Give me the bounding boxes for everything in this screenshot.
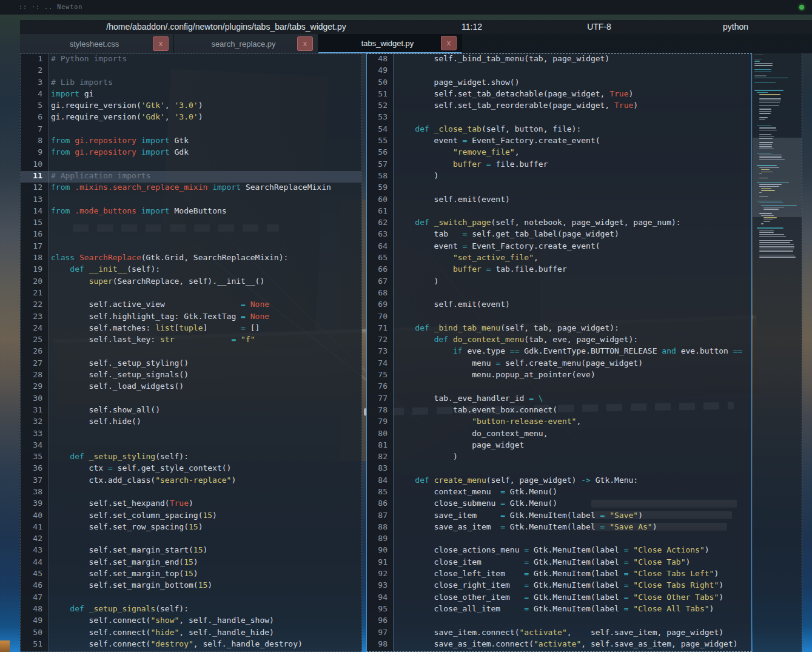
code-line-13[interactable]: 13 xyxy=(21,195,361,206)
code-line-4[interactable]: 4import gi xyxy=(21,89,361,101)
code-line-32[interactable]: 32 self.hide() xyxy=(21,417,361,428)
code-line-2[interactable]: 2 xyxy=(21,66,361,77)
code-line-51[interactable]: 51 self.set_tab_detachable(page_widget, … xyxy=(367,89,751,101)
code-line-75[interactable]: 75 menu.popup_at_pointer(eve) xyxy=(367,370,751,381)
code-line-94[interactable]: 94 close_other_item = Gtk.MenuItem(label… xyxy=(367,593,751,604)
code-line-1[interactable]: 1# Python imports xyxy=(21,54,361,66)
code-line-83[interactable]: 83 xyxy=(367,463,751,475)
code-line-26[interactable]: 26 xyxy=(21,346,361,358)
code-line-93[interactable]: 93 close_right_item = Gtk.MenuItem(label… xyxy=(367,580,751,592)
code-line-85[interactable]: 85 context_menu = Gtk.Menu() xyxy=(367,487,751,499)
code-line-24[interactable]: 24 self.matches: list[tuple] = [] xyxy=(21,323,361,335)
minimap-viewport[interactable] xyxy=(753,138,802,217)
code-line-70[interactable]: 70 xyxy=(367,312,751,323)
code-line-59[interactable]: 59 xyxy=(367,183,751,194)
code-line-64[interactable]: 64 event = Event_Factory.create_event( xyxy=(367,241,751,253)
tab-tabs-widget-py[interactable]: tabs_widget.py x xyxy=(318,34,462,53)
code-line-10[interactable]: 10 xyxy=(21,160,361,171)
code-line-50[interactable]: 50 page_widget.show() xyxy=(367,78,751,89)
code-line-73[interactable]: 73 if eve.type == Gdk.EventType.BUTTON_R… xyxy=(367,346,751,358)
code-line-53[interactable]: 53 xyxy=(367,112,751,124)
code-line-31[interactable]: 31 self.show_all() xyxy=(21,405,361,417)
code-line-87[interactable]: 87 save_item = Gtk.MenuItem(label = "Sav… xyxy=(367,511,751,522)
code-line-76[interactable]: 76 xyxy=(367,381,751,393)
code-line-48[interactable]: 48 def _setup_signals(self): xyxy=(21,604,361,616)
code-line-92[interactable]: 92 close_left_item = Gtk.MenuItem(label … xyxy=(367,569,751,580)
code-line-30[interactable]: 30 xyxy=(21,394,361,405)
code-line-58[interactable]: 58 ) xyxy=(367,171,751,183)
code-line-67[interactable]: 67 ) xyxy=(367,277,751,288)
language-label[interactable]: python xyxy=(693,22,778,32)
code-line-68[interactable]: 68 xyxy=(367,288,751,300)
code-line-35[interactable]: 35 def _setup_styling(self): xyxy=(21,452,361,463)
code-line-39[interactable]: 39 self.set_hexpand(True) xyxy=(21,499,361,510)
code-line-36[interactable]: 36 ctx = self.get_style_context() xyxy=(21,463,361,475)
code-line-15[interactable]: 15 xyxy=(21,218,361,229)
code-line-49[interactable]: 49 xyxy=(367,66,751,77)
code-line-9[interactable]: 9from gi.repository import Gdk xyxy=(21,147,361,159)
code-line-90[interactable]: 90 close_actions_menu = Gtk.MenuItem(lab… xyxy=(367,545,751,557)
code-line-12[interactable]: 12from .mixins.search_replace_mixin impo… xyxy=(21,183,361,194)
code-line-21[interactable]: 21 xyxy=(21,288,361,300)
titlebar[interactable]: :: ·: .. Newton xyxy=(0,0,812,15)
code-line-98[interactable]: 98 save_as_item.connect("activate", self… xyxy=(367,639,751,651)
code-line-77[interactable]: 77 tab._eve_handler_id = \ xyxy=(367,394,751,405)
code-line-40[interactable]: 40 self.set_column_spacing(15) xyxy=(21,511,361,522)
code-line-41[interactable]: 41 self.set_row_spacing(15) xyxy=(21,522,361,534)
code-line-6[interactable]: 6gi.require_version('Gdk', '3.0') xyxy=(21,112,361,124)
code-line-49[interactable]: 49 self.connect("show", self._handle_sho… xyxy=(21,616,361,627)
code-line-11[interactable]: 11# Application imports xyxy=(21,171,361,183)
code-line-22[interactable]: 22 self.active_view = None xyxy=(21,300,361,311)
code-line-74[interactable]: 74 menu = self.create_menu(page_widget) xyxy=(367,358,751,370)
code-line-7[interactable]: 7 xyxy=(21,124,361,136)
code-line-17[interactable]: 17 xyxy=(21,241,361,253)
code-line-91[interactable]: 91 close_item = Gtk.MenuItem(label = "Cl… xyxy=(367,557,751,569)
code-line-50[interactable]: 50 self.connect("hide", self._handle_hid… xyxy=(21,628,361,639)
code-line-47[interactable]: 47 xyxy=(21,593,361,604)
code-line-96[interactable]: 96 xyxy=(367,616,751,627)
tab-search-replace-py[interactable]: search_replace.py x xyxy=(174,34,318,53)
code-line-27[interactable]: 27 self._setup_styling() xyxy=(21,358,361,370)
code-line-57[interactable]: 57 buffer = file.buffer xyxy=(367,160,751,171)
code-line-8[interactable]: 8from gi.repository import Gtk xyxy=(21,136,361,147)
code-line-82[interactable]: 82 ) xyxy=(367,452,751,463)
code-line-81[interactable]: 81 page_widget xyxy=(367,440,751,452)
minimap[interactable] xyxy=(753,53,802,652)
code-line-42[interactable]: 42 xyxy=(21,534,361,545)
code-line-18[interactable]: 18class SearchReplace(Gtk.Grid, SearchRe… xyxy=(21,253,361,264)
code-line-3[interactable]: 3# Lib imports xyxy=(21,78,361,89)
code-line-88[interactable]: 88 save_as_item = Gtk.MenuItem(label = "… xyxy=(367,522,751,534)
code-line-84[interactable]: 84 def create_menu(self, page_widget) ->… xyxy=(367,476,751,487)
code-line-19[interactable]: 19 def __init__(self): xyxy=(21,264,361,276)
code-line-95[interactable]: 95 close_all_item = Gtk.MenuItem(label =… xyxy=(367,604,751,616)
code-line-61[interactable]: 61 xyxy=(367,206,751,218)
code-line-65[interactable]: 65 "set_active_file", xyxy=(367,253,751,264)
code-line-80[interactable]: 80 do_context_menu, xyxy=(367,429,751,440)
code-line-52[interactable]: 52 self.set_tab_reorderable(page_widget,… xyxy=(367,101,751,112)
code-line-25[interactable]: 25 self.last_key: str = "f" xyxy=(21,335,361,346)
code-line-38[interactable]: 38 xyxy=(21,487,361,499)
code-line-20[interactable]: 20 super(SearchReplace, self).__init__() xyxy=(21,277,361,288)
code-line-79[interactable]: 79 "button-release-event", xyxy=(367,417,751,428)
code-line-54[interactable]: 54 def _close_tab(self, button, file): xyxy=(367,124,751,136)
code-line-62[interactable]: 62 def _switch_page(self, notebook, page… xyxy=(367,218,751,229)
close-tab-icon[interactable]: x xyxy=(297,36,313,51)
code-line-51[interactable]: 51 self.connect("destroy", self._handle_… xyxy=(21,639,361,651)
code-line-48[interactable]: 48 self._bind_tab_menu(tab, page_widget) xyxy=(367,54,751,66)
code-line-29[interactable]: 29 self._load_widgets() xyxy=(21,381,361,393)
code-line-43[interactable]: 43 self.set_margin_start(15) xyxy=(21,545,361,557)
code-line-44[interactable]: 44 self.set_margin_end(15) xyxy=(21,557,361,569)
code-line-71[interactable]: 71 def _bind_tab_menu(self, tab, page_wi… xyxy=(367,323,751,335)
code-line-56[interactable]: 56 "remove_file", xyxy=(367,147,751,159)
code-line-89[interactable]: 89 xyxy=(367,534,751,545)
code-line-37[interactable]: 37 ctx.add_class("search-replace") xyxy=(21,476,361,487)
code-line-69[interactable]: 69 self.emit(event) xyxy=(367,300,751,311)
close-tab-icon[interactable]: x xyxy=(153,36,169,51)
code-line-34[interactable]: 34 xyxy=(21,440,361,452)
code-line-23[interactable]: 23 self.highlight_tag: Gtk.TextTag = Non… xyxy=(21,312,361,323)
code-line-60[interactable]: 60 self.emit(event) xyxy=(367,195,751,206)
code-line-33[interactable]: 33 xyxy=(21,429,361,440)
editor-pane-right[interactable]: 48 self._bind_tab_menu(tab, page_widget)… xyxy=(366,53,752,652)
code-line-97[interactable]: 97 save_item.connect("activate", self.sa… xyxy=(367,628,751,639)
code-line-55[interactable]: 55 event = Event_Factory.create_event( xyxy=(367,136,751,147)
